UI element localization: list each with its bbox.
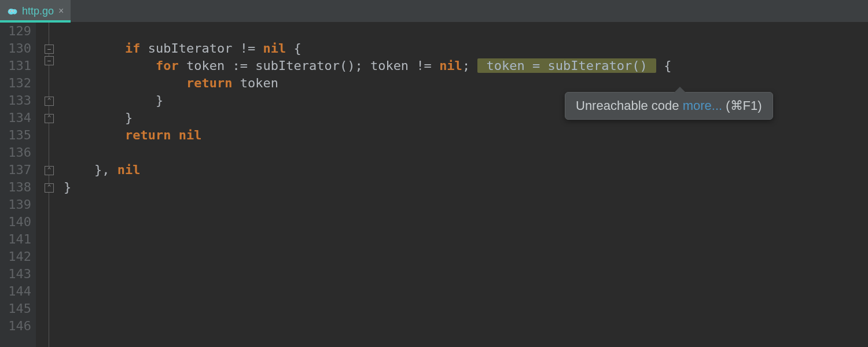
fold-column: − − ⌃ ⌃ ⌃ ⌃ [36, 23, 64, 347]
line-number: 139 [0, 196, 31, 213]
editor[interactable]: 129 130 131 132 133 134 135 136 137 138 … [0, 23, 868, 347]
code-line[interactable]: }, nil [64, 161, 868, 179]
code-line[interactable]: return token [64, 75, 868, 92]
code-line[interactable]: if subIterator != nil { [64, 40, 868, 57]
code-line[interactable]: return nil [64, 127, 868, 144]
code-line[interactable]: for token := subIterator(); token != nil… [64, 57, 868, 75]
code-line[interactable] [64, 318, 868, 335]
brace: { [664, 58, 671, 73]
semicolon: ; [355, 58, 362, 73]
line-number: 141 [0, 231, 31, 248]
line-number: 138 [0, 179, 31, 196]
keyword-nil: nil [117, 163, 141, 177]
line-number: 146 [0, 318, 31, 335]
brace: } [64, 180, 71, 194]
tab-title: http.go [22, 5, 54, 17]
keyword-for: for [156, 58, 179, 73]
brace: } [156, 93, 163, 108]
keyword-if: if [125, 41, 141, 56]
tooltip-shortcut: (⌘F1) [726, 98, 762, 113]
code-line[interactable] [64, 265, 868, 283]
code-line[interactable]: } [64, 179, 868, 196]
code-line[interactable] [64, 283, 868, 300]
identifier: subIterator [148, 41, 233, 56]
tooltip-more-link[interactable]: more... [683, 98, 722, 113]
line-number: 136 [0, 144, 31, 161]
tooltip-message: Unreachable code [576, 98, 679, 113]
code-line[interactable] [64, 196, 868, 213]
fold-end-icon[interactable]: ⌃ [45, 166, 54, 175]
parens: () [340, 58, 355, 73]
keyword-nil: nil [263, 41, 286, 56]
line-number: 135 [0, 127, 31, 144]
line-number: 134 [0, 109, 31, 127]
inspection-tooltip[interactable]: Unreachable code more... (⌘F1) [565, 92, 773, 120]
fold-end-icon[interactable]: ⌃ [45, 114, 54, 123]
gutter: 129 130 131 132 133 134 135 136 137 138 … [0, 23, 36, 347]
svg-point-3 [10, 10, 11, 12]
line-number: 144 [0, 283, 31, 300]
close-icon[interactable]: × [58, 6, 64, 16]
code-area[interactable]: if subIterator != nil { for token := sub… [64, 23, 868, 347]
line-number: 140 [0, 213, 31, 231]
identifier: token [370, 58, 409, 73]
file-tab[interactable]: http.go × [0, 0, 71, 22]
code-line[interactable] [64, 248, 868, 265]
line-number: 137 [0, 161, 31, 179]
svg-point-5 [13, 10, 14, 12]
line-number: 129 [0, 23, 31, 40]
fold-toggle-icon[interactable]: − [45, 56, 54, 65]
go-file-icon [7, 6, 17, 16]
code-line[interactable] [64, 144, 868, 161]
fold-end-icon[interactable]: ⌃ [45, 97, 54, 106]
keyword-nil: nil [439, 58, 462, 73]
brace: } [125, 110, 133, 125]
line-number: 133 [0, 92, 31, 109]
line-number: 142 [0, 248, 31, 265]
brace: { [286, 41, 301, 56]
function-call: subIterator [255, 58, 340, 73]
tab-bar: http.go × [0, 0, 868, 23]
code-line[interactable] [64, 23, 868, 40]
code-line[interactable] [64, 231, 868, 248]
line-number: 131 [0, 57, 31, 75]
identifier: token [240, 76, 278, 90]
punct: }, [94, 163, 117, 177]
identifier: token [186, 58, 225, 73]
fold-end-icon[interactable]: ⌃ [45, 183, 54, 193]
code-line[interactable] [64, 213, 868, 231]
line-number: 132 [0, 75, 31, 92]
keyword-return: return [186, 76, 232, 90]
operator: := [232, 58, 248, 73]
unreachable-code-highlight[interactable]: token = subIterator() [477, 58, 656, 73]
operator: != [240, 41, 256, 56]
fold-toggle-icon[interactable]: − [45, 45, 54, 54]
line-number: 130 [0, 40, 31, 57]
code-line[interactable] [64, 300, 868, 318]
keyword-nil: nil [179, 128, 202, 142]
keyword-return: return [125, 128, 171, 142]
semicolon: ; [462, 58, 470, 73]
line-number: 145 [0, 300, 31, 318]
operator: != [416, 58, 432, 73]
line-number: 143 [0, 265, 31, 283]
